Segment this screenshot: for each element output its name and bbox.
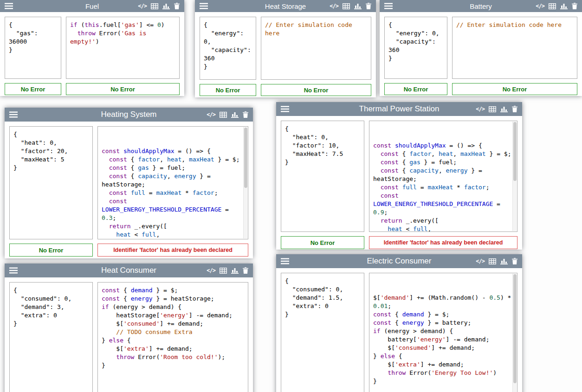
table-icon[interactable] xyxy=(489,258,496,264)
menu-icon[interactable] xyxy=(5,3,13,9)
code-icon[interactable]: </> xyxy=(476,106,485,112)
table-icon[interactable] xyxy=(220,112,227,118)
trash-icon[interactable] xyxy=(366,3,371,9)
trash-icon[interactable] xyxy=(174,3,180,9)
scrollbar-thumb[interactable] xyxy=(244,128,247,188)
state-status: No Error xyxy=(5,83,61,95)
panel-header-fuel[interactable]: Fuel </> xyxy=(0,0,184,12)
code-status: No Error xyxy=(261,84,371,96)
menu-icon[interactable] xyxy=(9,267,18,274)
state-editor[interactable]: { "heat": 0, "factor": 10, "maxHeat": 7.… xyxy=(281,121,364,232)
panel-heat-storage: Heat Storage </> { "energy": 0, "capacit… xyxy=(195,0,376,97)
panel-battery: Battery </> { "energy": 0, "capacity": 3… xyxy=(380,0,582,96)
menu-icon[interactable] xyxy=(200,3,208,9)
chart-icon[interactable] xyxy=(500,106,508,112)
menu-icon[interactable] xyxy=(281,106,289,112)
code-icon[interactable]: </> xyxy=(207,268,215,273)
state-editor[interactable]: { "consumed": 0, "demand": 1.5, "extra":… xyxy=(281,273,364,392)
code-status: Identifier 'factor' has already been dec… xyxy=(97,244,248,257)
code-editor[interactable]: const shouldApplyMax = () => { const { f… xyxy=(373,141,513,232)
panel-header-heat-consumer[interactable]: Heat Consumer </> xyxy=(5,263,253,277)
panel-thermal-power-station: Thermal Power Station </> { "heat": 0, "… xyxy=(276,102,522,250)
code-icon[interactable]: </> xyxy=(207,112,215,117)
code-editor[interactable]: const shouldApplyMax = () => { const { f… xyxy=(102,147,244,239)
trash-icon[interactable] xyxy=(243,111,248,118)
panel-title: Heating System xyxy=(101,110,157,119)
chart-icon[interactable] xyxy=(354,3,362,9)
state-status: No Error xyxy=(281,236,364,249)
panel-title: Heat Consumer xyxy=(101,266,156,275)
table-icon[interactable] xyxy=(489,106,496,112)
panel-title: Electric Consumer xyxy=(367,257,432,266)
chart-icon[interactable] xyxy=(500,258,508,264)
code-status: Identifier 'factor' has already been dec… xyxy=(369,236,517,249)
menu-icon[interactable] xyxy=(281,258,289,264)
chart-icon[interactable] xyxy=(560,3,568,9)
panel-electric-consumer: Electric Consumer </> { "consumed": 0, "… xyxy=(276,254,522,392)
scrollbar-thumb[interactable] xyxy=(513,122,517,181)
panel-header-thermal-power-station[interactable]: Thermal Power Station </> xyxy=(276,102,522,116)
table-icon[interactable] xyxy=(220,268,227,274)
code-icon[interactable]: </> xyxy=(536,3,544,9)
panel-header-battery[interactable]: Battery </> xyxy=(380,0,582,12)
chart-icon[interactable] xyxy=(162,3,170,9)
table-icon[interactable] xyxy=(343,3,350,9)
state-editor[interactable]: { "consumed": 0, "demand": 3, "extra": 0… xyxy=(9,282,93,392)
code-editor[interactable]: // Enter simulation code here xyxy=(456,21,573,29)
chart-icon[interactable] xyxy=(231,111,239,118)
code-icon[interactable]: </> xyxy=(330,3,338,9)
code-icon[interactable]: </> xyxy=(476,258,485,264)
code-scrollbar[interactable] xyxy=(512,274,517,392)
code-editor[interactable]: if (this.fuel['gas'] <= 0) throw Error('… xyxy=(70,21,175,46)
simulation-dashboard: Fuel </> { "gas": 36000 } No Error if (t… xyxy=(0,0,582,392)
panel-title: Fuel xyxy=(85,2,99,10)
code-scrollbar[interactable] xyxy=(243,127,247,238)
panel-fuel: Fuel </> { "gas": 36000 } No Error if (t… xyxy=(0,0,184,96)
state-editor[interactable]: { "energy": 0, "capacity": 360 } xyxy=(200,17,256,80)
code-status: No Error xyxy=(66,83,180,95)
state-editor[interactable]: { "energy": 0, "capacity": 360 } xyxy=(384,17,447,79)
scrollbar-thumb[interactable] xyxy=(513,274,517,383)
code-editor[interactable]: // Enter simulation code here xyxy=(265,21,367,38)
menu-icon[interactable] xyxy=(384,3,393,9)
code-scrollbar[interactable] xyxy=(512,122,517,231)
trash-icon[interactable] xyxy=(512,106,517,112)
code-editor[interactable]: const { demand } = $; const { energy } =… xyxy=(102,286,244,370)
panel-heating-system: Heating System </> { "heat": 0, "factor"… xyxy=(5,108,253,258)
table-icon[interactable] xyxy=(549,3,556,9)
state-status: No Error xyxy=(200,84,256,96)
panel-header-heating-system[interactable]: Heating System </> xyxy=(5,108,253,122)
state-editor[interactable]: { "gas": 36000 } xyxy=(5,17,61,79)
code-editor[interactable]: $['demand'] += (Math.random() - 0.5) * 0… xyxy=(373,294,513,386)
panel-heat-consumer: Heat Consumer </> { "consumed": 0, "dema… xyxy=(5,263,253,392)
state-editor[interactable]: { "heat": 0, "factor": 20, "maxHeat": 5 … xyxy=(9,126,93,239)
state-status: No Error xyxy=(384,83,447,95)
code-icon[interactable]: </> xyxy=(138,3,147,9)
state-status: No Error xyxy=(9,244,93,257)
trash-icon[interactable] xyxy=(512,258,517,264)
panel-title: Thermal Power Station xyxy=(359,104,440,114)
trash-icon[interactable] xyxy=(572,3,577,9)
menu-icon[interactable] xyxy=(9,111,18,118)
panel-title: Battery xyxy=(470,2,492,10)
panel-header-electric-consumer[interactable]: Electric Consumer </> xyxy=(276,254,522,268)
panel-title: Heat Storage xyxy=(265,2,306,10)
trash-icon[interactable] xyxy=(243,267,248,274)
table-icon[interactable] xyxy=(151,3,158,9)
panel-header-heat-storage[interactable]: Heat Storage </> xyxy=(195,0,376,12)
chart-icon[interactable] xyxy=(231,267,239,274)
code-status: No Error xyxy=(452,83,577,95)
